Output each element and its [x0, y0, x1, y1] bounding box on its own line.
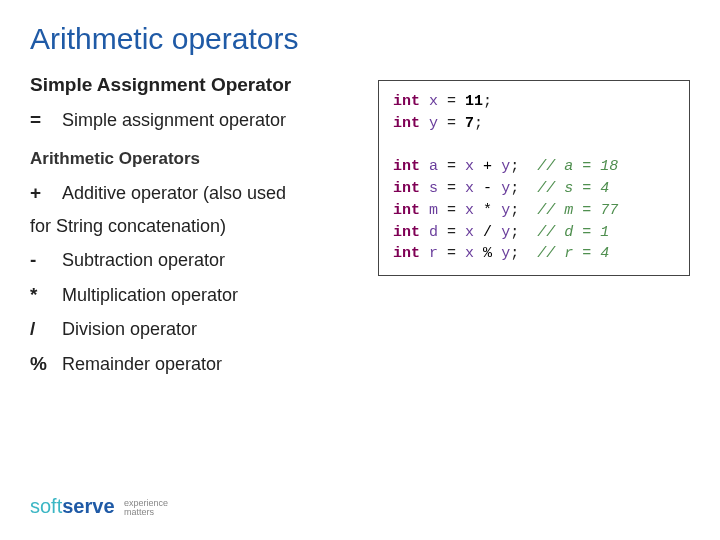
logo-part-serve: serve	[62, 495, 114, 517]
left-column: Simple Assignment Operator = Simple assi…	[30, 74, 350, 384]
logo: softserve experiencematters	[30, 495, 168, 518]
code-var: y	[501, 202, 510, 219]
code-var: y	[501, 224, 510, 241]
code-op: +	[483, 158, 492, 175]
code-keyword: int	[393, 180, 420, 197]
operator-desc: Subtraction operator	[62, 247, 225, 274]
code-comment: // s = 4	[537, 180, 609, 197]
operator-symbol: %	[30, 350, 48, 379]
operator-symbol: +	[30, 179, 48, 208]
operator-row: + Additive operator (also used	[30, 179, 350, 208]
code-var: y	[501, 180, 510, 197]
code-op: /	[483, 224, 492, 241]
operator-row: / Division operator	[30, 315, 350, 344]
code-keyword: int	[393, 245, 420, 262]
operator-desc: Multiplication operator	[62, 282, 238, 309]
arithmetic-heading: Arithmetic Operators	[30, 149, 350, 169]
operator-row: % Remainder operator	[30, 350, 350, 379]
logo-tagline: experiencematters	[124, 499, 168, 517]
operator-desc-continued: for String concatenation)	[30, 213, 350, 240]
code-op: *	[483, 202, 492, 219]
operator-desc: Additive operator (also used	[62, 180, 286, 207]
code-number: 11	[465, 93, 483, 110]
code-var: y	[501, 245, 510, 262]
right-column: int x = 11; int y = 7; int a = x + y; //…	[378, 74, 690, 384]
code-keyword: int	[393, 158, 420, 175]
operator-desc: Remainder operator	[62, 351, 222, 378]
operator-symbol: /	[30, 315, 48, 344]
code-keyword: int	[393, 224, 420, 241]
operator-desc: Division operator	[62, 316, 197, 343]
code-var: x	[465, 245, 474, 262]
code-var: x	[429, 93, 438, 110]
content-columns: Simple Assignment Operator = Simple assi…	[30, 74, 690, 384]
code-comment: // a = 18	[537, 158, 618, 175]
code-var: y	[501, 158, 510, 175]
code-var: m	[429, 202, 438, 219]
operator-symbol: -	[30, 246, 48, 275]
code-comment: // d = 1	[537, 224, 609, 241]
code-var: x	[465, 158, 474, 175]
code-keyword: int	[393, 93, 420, 110]
logo-part-soft: soft	[30, 495, 62, 517]
code-op: -	[483, 180, 492, 197]
operator-row: - Subtraction operator	[30, 246, 350, 275]
assignment-heading: Simple Assignment Operator	[30, 74, 350, 96]
code-var: a	[429, 158, 438, 175]
operator-symbol: *	[30, 281, 48, 310]
code-keyword: int	[393, 115, 420, 132]
code-comment: // r = 4	[537, 245, 609, 262]
code-comment: // m = 77	[537, 202, 618, 219]
page-title: Arithmetic operators	[30, 22, 690, 56]
operator-desc: Simple assignment operator	[62, 107, 286, 134]
operator-symbol: =	[30, 106, 48, 135]
operator-row: * Multiplication operator	[30, 281, 350, 310]
code-var: x	[465, 224, 474, 241]
code-var: r	[429, 245, 438, 262]
code-var: x	[465, 180, 474, 197]
code-var: s	[429, 180, 438, 197]
code-op: %	[483, 245, 492, 262]
code-number: 7	[465, 115, 474, 132]
operator-row: = Simple assignment operator	[30, 106, 350, 135]
code-keyword: int	[393, 202, 420, 219]
code-var: y	[429, 115, 438, 132]
code-var: d	[429, 224, 438, 241]
code-var: x	[465, 202, 474, 219]
code-example: int x = 11; int y = 7; int a = x + y; //…	[378, 80, 690, 276]
